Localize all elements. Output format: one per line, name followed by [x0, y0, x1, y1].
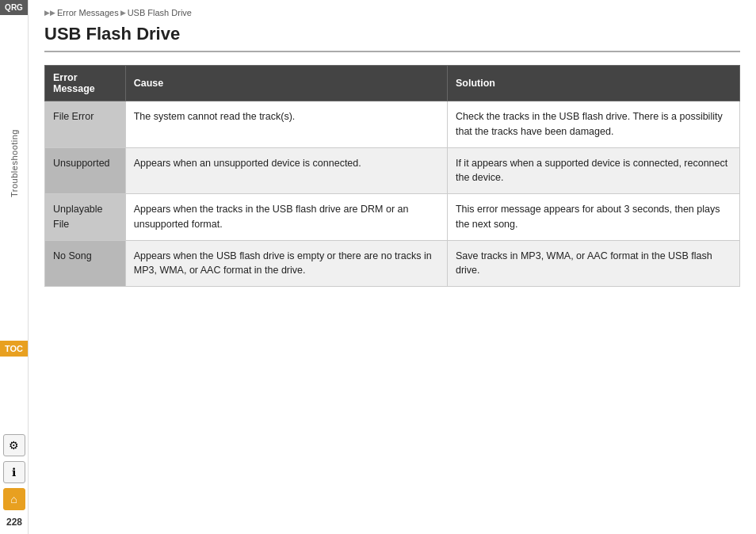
cell-error-1: Unsupported: [45, 147, 126, 194]
breadcrumb: ▶▶ Error Messages ▶ USB Flash Drive: [44, 8, 740, 17]
cell-error-2: Unplayable File: [45, 194, 126, 241]
breadcrumb-arrow-1: ▶▶: [44, 9, 55, 17]
cell-cause-1: Appears when an unsupported device is co…: [125, 147, 447, 194]
cell-cause-2: Appears when the tracks in the USB flash…: [125, 194, 447, 241]
breadcrumb-item-2: USB Flash Drive: [128, 8, 192, 17]
page-title: USB Flash Drive: [44, 24, 740, 52]
cell-error-0: File Error: [45, 101, 126, 148]
cell-error-3: No Song: [45, 240, 126, 287]
header-error-message: Error Message: [45, 66, 126, 101]
info-icon[interactable]: ℹ: [3, 461, 25, 483]
header-solution: Solution: [447, 66, 739, 101]
troubleshooting-label: Troubleshooting: [10, 129, 19, 197]
cell-cause-0: The system cannot read the track(s).: [125, 101, 447, 148]
page-number: 228: [0, 517, 29, 528]
home-icon[interactable]: ⌂: [3, 488, 25, 510]
cell-solution-1: If it appears when a supported device is…: [447, 147, 739, 194]
cell-solution-0: Check the tracks in the USB flash drive.…: [447, 101, 739, 148]
table-row: UnsupportedAppears when an unsupported d…: [45, 147, 740, 194]
main-content: ▶▶ Error Messages ▶ USB Flash Drive USB …: [29, 0, 756, 303]
sidebar-bottom-icons: ⚙ ℹ ⌂: [0, 434, 28, 510]
table-row: File ErrorThe system cannot read the tra…: [45, 101, 740, 148]
qrg-button[interactable]: QRG: [0, 0, 28, 15]
toc-button[interactable]: TOC: [0, 341, 28, 357]
cell-solution-2: This error message appears for about 3 s…: [447, 194, 739, 241]
table-row: No SongAppears when the USB flash drive …: [45, 240, 740, 287]
breadcrumb-item-1: Error Messages: [57, 8, 119, 17]
table-row: Unplayable FileAppears when the tracks i…: [45, 194, 740, 241]
breadcrumb-arrow-2: ▶: [120, 9, 126, 17]
cell-solution-3: Save tracks in MP3, WMA, or AAC format i…: [447, 240, 739, 287]
cell-cause-3: Appears when the USB flash drive is empt…: [125, 240, 447, 287]
table-header-row: Error Message Cause Solution: [45, 66, 740, 101]
settings-icon[interactable]: ⚙: [3, 434, 25, 456]
header-cause: Cause: [125, 66, 447, 101]
error-table: Error Message Cause Solution File ErrorT…: [44, 65, 740, 287]
sidebar: QRG Troubleshooting TOC ⚙ ℹ ⌂ 228: [0, 0, 29, 534]
